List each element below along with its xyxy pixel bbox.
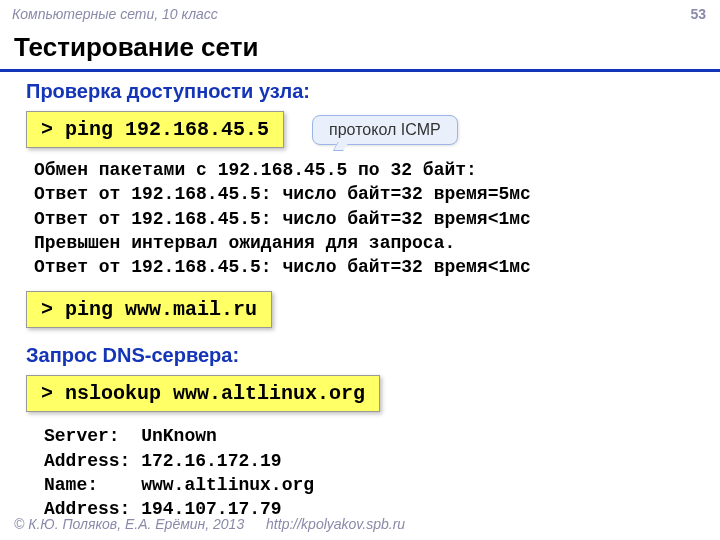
footer-url: http://kpolyakov.spb.ru xyxy=(266,516,405,532)
section-heading-ping: Проверка доступности узла: xyxy=(26,80,694,103)
footer-copyright: © К.Ю. Поляков, Е.А. Ерёмин, 2013 xyxy=(14,516,244,532)
callout-icmp: протокол ICMP xyxy=(312,115,458,145)
slide-header: Компьютерные сети, 10 класс xyxy=(0,0,720,28)
command-nslookup: > nslookup www.altlinux.org xyxy=(26,375,380,412)
slide-content: Проверка доступности узла: > ping 192.16… xyxy=(0,80,720,522)
cmd-row-ping-ip: > ping 192.168.45.5 протокол ICMP xyxy=(26,111,694,148)
output-ping: Обмен пакетами с 192.168.45.5 по 32 байт… xyxy=(34,158,694,279)
page-number: 53 xyxy=(690,6,706,22)
output-nslookup: Server: UnKnown Address: 172.16.172.19 N… xyxy=(44,424,694,521)
command-ping-ip: > ping 192.168.45.5 xyxy=(26,111,284,148)
slide-title: Тестирование сети xyxy=(0,28,720,72)
section-heading-dns: Запрос DNS-сервера: xyxy=(26,344,694,367)
command-ping-domain: > ping www.mail.ru xyxy=(26,291,272,328)
slide-footer: © К.Ю. Поляков, Е.А. Ерёмин, 2013 http:/… xyxy=(14,516,405,532)
